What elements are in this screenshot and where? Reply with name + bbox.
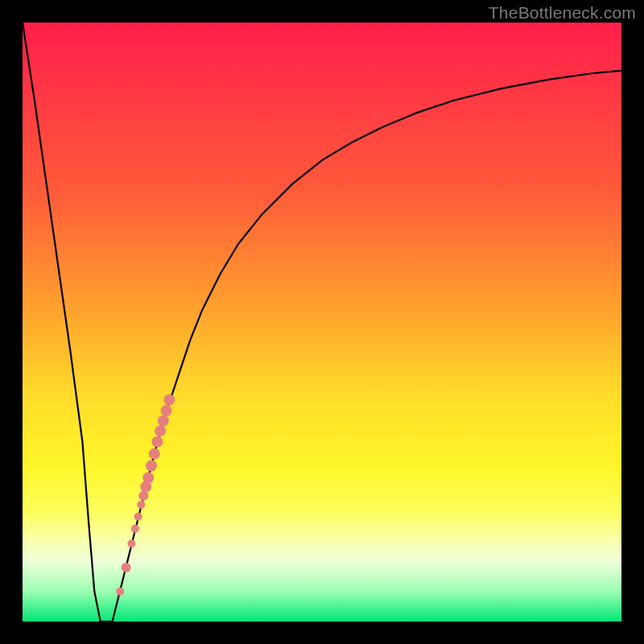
data-point — [155, 425, 166, 436]
data-point — [127, 539, 135, 547]
data-point — [122, 563, 131, 572]
data-point — [131, 525, 139, 533]
data-point — [149, 448, 160, 460]
chart-svg — [23, 23, 621, 621]
chart-frame: TheBottleneck.com — [0, 0, 644, 644]
data-point — [161, 405, 172, 416]
data-point — [137, 501, 145, 509]
data-point — [163, 394, 175, 406]
border-bottom — [0, 621, 644, 644]
data-point — [116, 588, 124, 596]
data-point — [158, 415, 169, 427]
border-right — [621, 0, 644, 644]
gradient-background — [23, 23, 621, 621]
border-left — [0, 0, 23, 644]
border-top — [0, 0, 644, 23]
data-point — [134, 513, 142, 521]
data-point — [138, 491, 148, 501]
data-point — [142, 472, 154, 483]
data-point — [146, 460, 157, 472]
data-point — [151, 436, 163, 448]
plot-area — [23, 23, 621, 621]
